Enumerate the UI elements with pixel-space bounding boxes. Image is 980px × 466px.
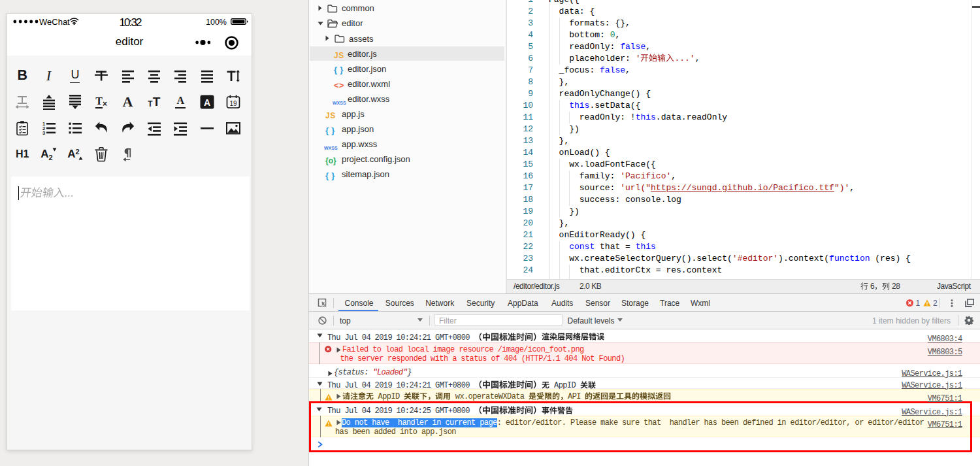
svg-text:19: 19 <box>229 99 237 107</box>
svg-text:A: A <box>203 97 210 107</box>
svg-text:3: 3 <box>42 130 45 136</box>
